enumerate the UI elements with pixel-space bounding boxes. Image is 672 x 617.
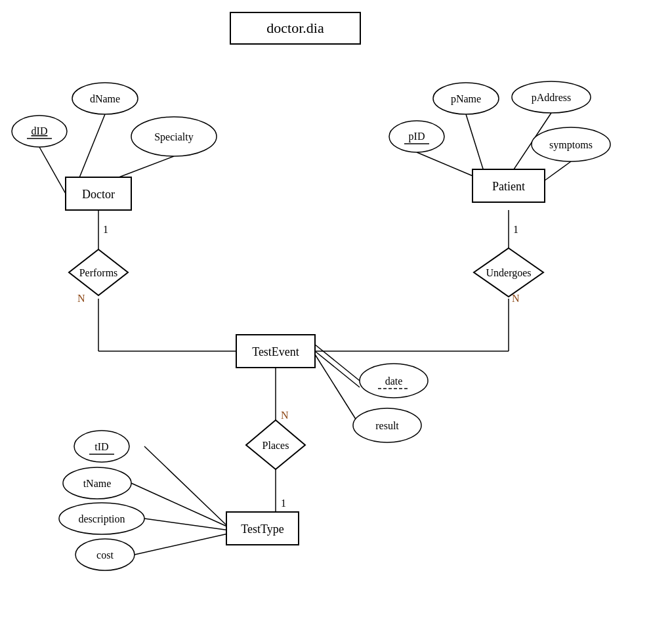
svg-line-26 [144, 519, 230, 530]
svg-line-18 [315, 351, 360, 387]
svg-text:pName: pName [451, 93, 481, 105]
svg-text:N: N [281, 410, 289, 421]
svg-text:description: description [78, 513, 125, 525]
doctor-entity-label: Doctor [82, 188, 115, 201]
svg-line-0 [39, 147, 66, 194]
svg-text:Performs: Performs [79, 267, 118, 278]
svg-line-3 [417, 152, 476, 177]
testevent-entity-label: TestEvent [252, 345, 299, 358]
svg-text:1: 1 [281, 498, 286, 509]
patient-entity-label: Patient [492, 180, 525, 193]
svg-line-17 [315, 345, 360, 381]
svg-text:dID: dID [32, 125, 48, 137]
svg-text:N: N [512, 293, 520, 304]
svg-line-6 [545, 161, 571, 181]
svg-text:cost: cost [96, 549, 114, 561]
svg-line-24 [144, 446, 226, 525]
svg-text:1: 1 [103, 224, 108, 235]
svg-text:pAddress: pAddress [532, 92, 571, 104]
testtype-entity-label: TestType [241, 522, 284, 536]
svg-text:Places: Places [262, 440, 289, 451]
svg-text:symptoms: symptoms [549, 139, 593, 151]
svg-text:date: date [385, 375, 403, 387]
svg-text:dName: dName [90, 93, 120, 104]
svg-text:result: result [375, 420, 399, 431]
svg-text:N: N [77, 293, 85, 304]
svg-line-19 [315, 354, 360, 425]
svg-line-1 [79, 114, 105, 179]
svg-line-27 [135, 533, 231, 555]
svg-text:tName: tName [83, 478, 112, 489]
svg-line-4 [466, 114, 486, 177]
svg-text:pID: pID [409, 131, 425, 142]
svg-text:Undergoes: Undergoes [486, 267, 531, 279]
svg-text:tID: tID [94, 441, 108, 452]
svg-text:Specialty: Specialty [154, 131, 194, 143]
svg-line-25 [131, 483, 228, 527]
svg-text:1: 1 [513, 224, 518, 235]
diagram-title: doctor.dia [230, 12, 361, 45]
er-diagram: 1 N 1 N N 1 Doctor Patient TestEvent Tes… [0, 0, 672, 617]
title-text: doctor.dia [266, 20, 324, 37]
